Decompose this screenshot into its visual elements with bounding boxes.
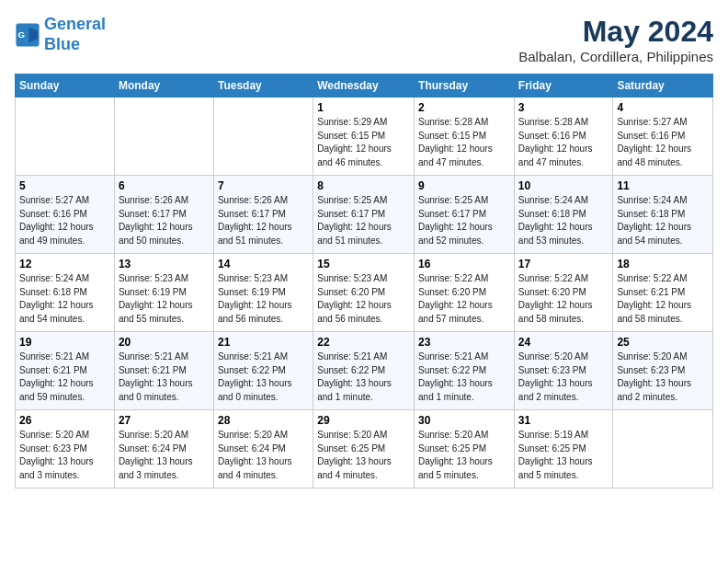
calendar-cell: 2Sunrise: 5:28 AM Sunset: 6:15 PM Daylig… bbox=[415, 98, 515, 176]
day-info: Sunrise: 5:20 AM Sunset: 6:25 PM Dayligh… bbox=[317, 429, 410, 482]
day-number: 31 bbox=[518, 414, 609, 427]
calendar-cell: 7Sunrise: 5:26 AM Sunset: 6:17 PM Daylig… bbox=[213, 176, 313, 254]
day-number: 29 bbox=[317, 414, 410, 427]
day-number: 21 bbox=[218, 336, 309, 349]
day-number: 19 bbox=[19, 336, 110, 349]
weekday-header: Monday bbox=[114, 75, 213, 98]
calendar-cell: 19Sunrise: 5:21 AM Sunset: 6:21 PM Dayli… bbox=[16, 332, 115, 410]
day-number: 20 bbox=[119, 336, 210, 349]
day-number: 2 bbox=[418, 101, 510, 114]
day-number: 12 bbox=[19, 258, 110, 270]
day-number: 27 bbox=[119, 414, 210, 427]
day-number: 15 bbox=[317, 258, 410, 270]
day-number: 16 bbox=[418, 258, 510, 270]
day-info: Sunrise: 5:22 AM Sunset: 6:20 PM Dayligh… bbox=[418, 272, 510, 326]
day-number: 3 bbox=[518, 101, 609, 114]
day-number: 26 bbox=[19, 414, 110, 427]
calendar-cell: 3Sunrise: 5:28 AM Sunset: 6:16 PM Daylig… bbox=[514, 98, 613, 176]
calendar-cell: 10Sunrise: 5:24 AM Sunset: 6:18 PM Dayli… bbox=[514, 176, 613, 254]
calendar-cell bbox=[16, 98, 115, 176]
day-number: 14 bbox=[218, 258, 309, 270]
day-info: Sunrise: 5:24 AM Sunset: 6:18 PM Dayligh… bbox=[617, 194, 709, 247]
calendar-cell: 15Sunrise: 5:23 AM Sunset: 6:20 PM Dayli… bbox=[313, 254, 415, 332]
day-info: Sunrise: 5:27 AM Sunset: 6:16 PM Dayligh… bbox=[617, 116, 709, 169]
calendar-cell: 17Sunrise: 5:22 AM Sunset: 6:20 PM Dayli… bbox=[514, 254, 613, 332]
day-info: Sunrise: 5:22 AM Sunset: 6:20 PM Dayligh… bbox=[518, 272, 609, 326]
calendar-cell: 29Sunrise: 5:20 AM Sunset: 6:25 PM Dayli… bbox=[313, 410, 415, 488]
month-title: May 2024 bbox=[518, 15, 713, 49]
day-info: Sunrise: 5:20 AM Sunset: 6:24 PM Dayligh… bbox=[119, 429, 210, 482]
calendar-cell: 8Sunrise: 5:25 AM Sunset: 6:17 PM Daylig… bbox=[313, 176, 415, 254]
weekday-header: Saturday bbox=[613, 75, 713, 98]
day-info: Sunrise: 5:28 AM Sunset: 6:16 PM Dayligh… bbox=[518, 116, 609, 169]
day-number: 7 bbox=[218, 179, 309, 192]
weekday-header: Friday bbox=[514, 75, 613, 98]
calendar-cell: 25Sunrise: 5:20 AM Sunset: 6:23 PM Dayli… bbox=[613, 332, 713, 410]
calendar-cell: 30Sunrise: 5:20 AM Sunset: 6:25 PM Dayli… bbox=[415, 410, 515, 488]
calendar-week-row: 12Sunrise: 5:24 AM Sunset: 6:18 PM Dayli… bbox=[16, 254, 713, 332]
calendar-cell: 11Sunrise: 5:24 AM Sunset: 6:18 PM Dayli… bbox=[613, 176, 713, 254]
day-info: Sunrise: 5:27 AM Sunset: 6:16 PM Dayligh… bbox=[19, 194, 110, 247]
day-number: 30 bbox=[418, 414, 510, 427]
day-info: Sunrise: 5:21 AM Sunset: 6:22 PM Dayligh… bbox=[418, 350, 510, 404]
day-number: 4 bbox=[617, 101, 709, 114]
calendar-week-row: 1Sunrise: 5:29 AM Sunset: 6:15 PM Daylig… bbox=[16, 98, 713, 176]
day-info: Sunrise: 5:28 AM Sunset: 6:15 PM Dayligh… bbox=[418, 116, 510, 169]
logo-icon: G bbox=[15, 22, 40, 48]
calendar-cell bbox=[613, 410, 713, 488]
day-info: Sunrise: 5:25 AM Sunset: 6:17 PM Dayligh… bbox=[317, 194, 410, 247]
calendar-cell: 28Sunrise: 5:20 AM Sunset: 6:24 PM Dayli… bbox=[213, 410, 313, 488]
location-title: Balbalan, Cordillera, Philippines bbox=[518, 49, 713, 64]
calendar-cell: 12Sunrise: 5:24 AM Sunset: 6:18 PM Dayli… bbox=[16, 254, 115, 332]
day-number: 9 bbox=[418, 179, 510, 192]
calendar-cell: 18Sunrise: 5:22 AM Sunset: 6:21 PM Dayli… bbox=[613, 254, 713, 332]
calendar-cell: 22Sunrise: 5:21 AM Sunset: 6:22 PM Dayli… bbox=[313, 332, 415, 410]
calendar-cell: 1Sunrise: 5:29 AM Sunset: 6:15 PM Daylig… bbox=[313, 98, 415, 176]
day-number: 25 bbox=[617, 336, 709, 349]
calendar-cell: 23Sunrise: 5:21 AM Sunset: 6:22 PM Dayli… bbox=[415, 332, 515, 410]
day-info: Sunrise: 5:20 AM Sunset: 6:23 PM Dayligh… bbox=[518, 350, 609, 404]
weekday-header: Sunday bbox=[16, 75, 115, 98]
day-number: 8 bbox=[317, 179, 410, 192]
day-info: Sunrise: 5:20 AM Sunset: 6:24 PM Dayligh… bbox=[218, 429, 309, 482]
calendar-cell: 14Sunrise: 5:23 AM Sunset: 6:19 PM Dayli… bbox=[213, 254, 313, 332]
day-number: 1 bbox=[317, 101, 410, 114]
day-info: Sunrise: 5:19 AM Sunset: 6:25 PM Dayligh… bbox=[518, 429, 609, 482]
weekday-header: Wednesday bbox=[313, 75, 415, 98]
calendar-cell: 13Sunrise: 5:23 AM Sunset: 6:19 PM Dayli… bbox=[114, 254, 213, 332]
day-info: Sunrise: 5:23 AM Sunset: 6:20 PM Dayligh… bbox=[317, 272, 410, 326]
calendar-cell: 21Sunrise: 5:21 AM Sunset: 6:22 PM Dayli… bbox=[213, 332, 313, 410]
day-number: 23 bbox=[418, 336, 510, 349]
logo-text: General Blue bbox=[44, 15, 106, 54]
weekday-header-row: SundayMondayTuesdayWednesdayThursdayFrid… bbox=[16, 75, 713, 98]
weekday-header: Thursday bbox=[415, 75, 515, 98]
calendar-cell: 20Sunrise: 5:21 AM Sunset: 6:21 PM Dayli… bbox=[114, 332, 213, 410]
page-header: G General Blue May 2024 Balbalan, Cordil… bbox=[15, 15, 713, 64]
calendar-cell: 27Sunrise: 5:20 AM Sunset: 6:24 PM Dayli… bbox=[114, 410, 213, 488]
calendar-cell: 31Sunrise: 5:19 AM Sunset: 6:25 PM Dayli… bbox=[514, 410, 613, 488]
day-info: Sunrise: 5:25 AM Sunset: 6:17 PM Dayligh… bbox=[418, 194, 510, 247]
calendar-cell: 26Sunrise: 5:20 AM Sunset: 6:23 PM Dayli… bbox=[16, 410, 115, 488]
calendar-week-row: 19Sunrise: 5:21 AM Sunset: 6:21 PM Dayli… bbox=[16, 332, 713, 410]
calendar-cell: 16Sunrise: 5:22 AM Sunset: 6:20 PM Dayli… bbox=[415, 254, 515, 332]
day-number: 6 bbox=[119, 179, 210, 192]
day-info: Sunrise: 5:23 AM Sunset: 6:19 PM Dayligh… bbox=[218, 272, 309, 326]
day-number: 5 bbox=[19, 179, 110, 192]
logo: G General Blue bbox=[15, 15, 106, 54]
day-info: Sunrise: 5:24 AM Sunset: 6:18 PM Dayligh… bbox=[19, 272, 110, 326]
calendar-week-row: 26Sunrise: 5:20 AM Sunset: 6:23 PM Dayli… bbox=[16, 410, 713, 488]
calendar-table: SundayMondayTuesdayWednesdayThursdayFrid… bbox=[15, 74, 713, 488]
calendar-cell: 6Sunrise: 5:26 AM Sunset: 6:17 PM Daylig… bbox=[114, 176, 213, 254]
day-info: Sunrise: 5:20 AM Sunset: 6:25 PM Dayligh… bbox=[418, 429, 510, 482]
svg-text:G: G bbox=[18, 29, 26, 39]
day-number: 17 bbox=[518, 258, 609, 270]
calendar-week-row: 5Sunrise: 5:27 AM Sunset: 6:16 PM Daylig… bbox=[16, 176, 713, 254]
calendar-cell bbox=[114, 98, 213, 176]
day-info: Sunrise: 5:24 AM Sunset: 6:18 PM Dayligh… bbox=[518, 194, 609, 247]
day-info: Sunrise: 5:29 AM Sunset: 6:15 PM Dayligh… bbox=[317, 116, 410, 169]
day-info: Sunrise: 5:23 AM Sunset: 6:19 PM Dayligh… bbox=[119, 272, 210, 326]
day-info: Sunrise: 5:20 AM Sunset: 6:23 PM Dayligh… bbox=[617, 350, 709, 404]
day-info: Sunrise: 5:21 AM Sunset: 6:21 PM Dayligh… bbox=[119, 350, 210, 404]
day-number: 11 bbox=[617, 179, 709, 192]
day-number: 18 bbox=[617, 258, 709, 270]
